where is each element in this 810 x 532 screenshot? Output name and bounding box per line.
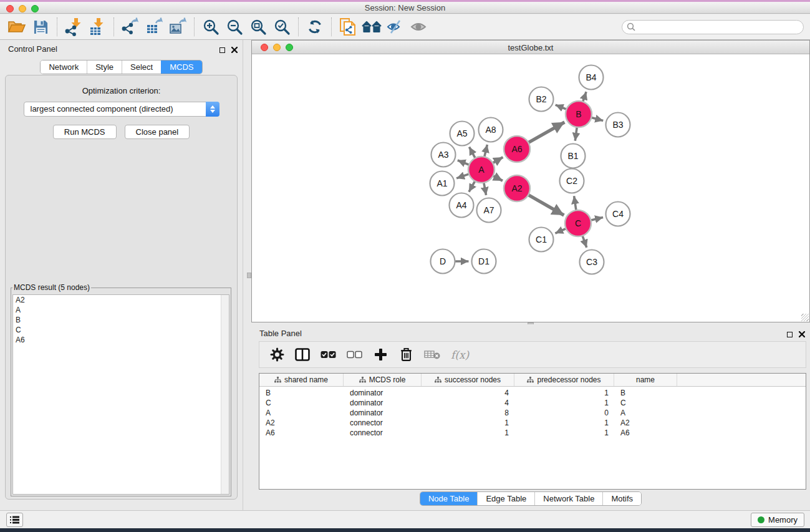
- graph-node-D[interactable]: D: [431, 249, 455, 274]
- mcds-result-item[interactable]: A: [13, 305, 229, 315]
- table-cell[interactable]: B: [259, 389, 344, 399]
- table-cell[interactable]: 4: [422, 389, 514, 399]
- graph-node-A8[interactable]: A8: [479, 118, 503, 142]
- table-row[interactable]: Bdominator41B: [259, 389, 806, 399]
- zoom-selected-icon[interactable]: [270, 16, 294, 37]
- function-icon[interactable]: f(x): [451, 347, 469, 363]
- table-cell[interactable]: 4: [422, 399, 514, 409]
- table-cell[interactable]: 1: [422, 428, 514, 438]
- graph-node-B3[interactable]: B3: [606, 113, 630, 137]
- table-row[interactable]: Cdominator41C: [259, 399, 806, 409]
- split-view-icon[interactable]: [295, 347, 310, 363]
- zoom-fit-icon[interactable]: [246, 16, 270, 37]
- graph-node-C3[interactable]: C3: [580, 250, 604, 274]
- zoom-in-icon[interactable]: [199, 16, 223, 37]
- tab-mcds[interactable]: MCDS: [161, 60, 201, 74]
- select-all-columns-icon[interactable]: [321, 347, 336, 363]
- trash-icon[interactable]: [398, 347, 413, 363]
- tab-motifs[interactable]: Motifs: [602, 492, 641, 505]
- table-cell[interactable]: B: [614, 389, 677, 399]
- eye-icon[interactable]: [407, 16, 431, 37]
- table-cell[interactable]: A: [259, 409, 344, 418]
- table-cell[interactable]: connector: [344, 428, 422, 438]
- import-network-icon[interactable]: [62, 16, 85, 37]
- mcds-result-item[interactable]: B: [13, 315, 229, 325]
- import-table-icon[interactable]: [85, 16, 109, 37]
- column-header-predecessor-nodes[interactable]: predecessor nodes: [514, 374, 614, 386]
- mcds-result-item[interactable]: A2: [13, 295, 229, 305]
- deselect-all-columns-icon[interactable]: [347, 347, 362, 363]
- graph-node-B2[interactable]: B2: [529, 87, 554, 112]
- tab-edge-table[interactable]: Edge Table: [477, 492, 534, 505]
- graph-node-A1[interactable]: A1: [430, 172, 455, 196]
- close-panel-button[interactable]: Close panel: [125, 125, 190, 139]
- add-column-icon[interactable]: [373, 347, 388, 363]
- eye-slash-icon[interactable]: [383, 16, 407, 37]
- table-cell[interactable]: 8: [422, 409, 514, 418]
- table-cell[interactable]: A2: [614, 418, 677, 428]
- export-image-icon[interactable]: [166, 16, 190, 37]
- table-cell[interactable]: 1: [514, 399, 614, 409]
- mcds-list-scrollbar[interactable]: [221, 295, 229, 494]
- delete-table-icon[interactable]: [424, 347, 440, 363]
- table-cell[interactable]: A6: [614, 428, 677, 438]
- close-panel-icon[interactable]: [231, 44, 238, 56]
- refresh-icon[interactable]: [303, 16, 327, 37]
- table-cell[interactable]: dominator: [344, 409, 422, 418]
- close-table-panel-icon[interactable]: [799, 329, 805, 340]
- graph-node-B[interactable]: B: [566, 101, 592, 127]
- mcds-result-item[interactable]: A6: [13, 335, 229, 345]
- network-canvas[interactable]: AA1A2A3A4A5A6A7A8BB1B2B3B4CC1C2C3C4DD1: [252, 55, 809, 322]
- table-cell[interactable]: A6: [259, 428, 344, 438]
- table-row[interactable]: A6connector11A6: [259, 428, 806, 438]
- table-row[interactable]: Adominator80A: [259, 409, 806, 418]
- task-history-button[interactable]: [6, 513, 23, 527]
- zoom-out-icon[interactable]: [223, 16, 246, 37]
- mcds-result-item[interactable]: C: [13, 325, 229, 335]
- tab-node-table[interactable]: Node Table: [420, 492, 478, 505]
- graph-node-A2[interactable]: A2: [504, 175, 530, 201]
- open-folder-icon[interactable]: [5, 16, 29, 37]
- column-header-shared-name[interactable]: shared name: [259, 374, 344, 386]
- gear-icon[interactable]: [269, 347, 284, 363]
- column-header-successor-nodes[interactable]: successor nodes: [422, 374, 514, 386]
- table-cell[interactable]: C: [614, 399, 677, 409]
- table-row[interactable]: A2connector11A2: [259, 418, 806, 428]
- window-resize-handle[interactable]: [801, 314, 809, 321]
- column-header-mcds-role[interactable]: MCDS role: [344, 374, 422, 386]
- tab-style[interactable]: Style: [87, 60, 122, 74]
- graph-node-C[interactable]: C: [565, 210, 591, 236]
- table-cell[interactable]: A: [614, 409, 677, 418]
- graph-node-A3[interactable]: A3: [432, 143, 456, 167]
- save-icon[interactable]: [29, 16, 52, 37]
- graph-node-C4[interactable]: C4: [606, 202, 630, 226]
- graph-node-A4[interactable]: A4: [450, 193, 474, 218]
- graph-node-D1[interactable]: D1: [472, 249, 496, 274]
- table-cell[interactable]: 1: [514, 428, 614, 438]
- graph-node-B4[interactable]: B4: [579, 65, 604, 90]
- network-document-icon[interactable]: [336, 16, 360, 37]
- table-cell[interactable]: A2: [259, 418, 344, 428]
- network-window-titlebar[interactable]: testGlobe.txt: [252, 41, 809, 54]
- memory-button[interactable]: Memory: [751, 513, 804, 527]
- tab-network[interactable]: Network: [41, 60, 87, 74]
- graph-node-A6[interactable]: A6: [504, 136, 530, 162]
- table-cell[interactable]: 1: [422, 418, 514, 428]
- table-cell[interactable]: dominator: [344, 399, 422, 409]
- tab-select[interactable]: Select: [122, 60, 161, 74]
- graph-node-C1[interactable]: C1: [529, 228, 554, 252]
- graph-node-A7[interactable]: A7: [477, 198, 501, 223]
- run-mcds-button[interactable]: Run MCDS: [53, 125, 117, 139]
- column-header-name[interactable]: name: [614, 374, 677, 386]
- home-layout-icon[interactable]: [360, 16, 383, 37]
- search-input[interactable]: [622, 20, 804, 34]
- desktop-vertical-scroll-indicator[interactable]: [247, 273, 251, 278]
- float-table-panel-icon[interactable]: [787, 332, 793, 337]
- table-cell[interactable]: connector: [344, 418, 422, 428]
- graph-node-A[interactable]: A: [468, 157, 494, 183]
- table-cell[interactable]: 1: [514, 389, 614, 399]
- export-table-icon[interactable]: [142, 16, 166, 37]
- graph-node-A5[interactable]: A5: [450, 122, 475, 146]
- tab-network-table[interactable]: Network Table: [534, 492, 602, 505]
- table-cell[interactable]: 0: [514, 409, 614, 418]
